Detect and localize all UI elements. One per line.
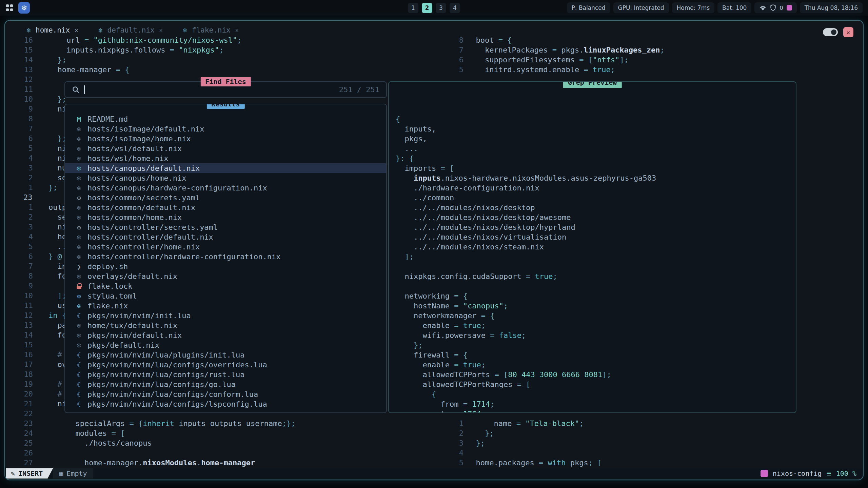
result-item[interactable]: ☾pkgs/nvim/nvim/lua/plugins/init.lua bbox=[65, 350, 386, 360]
battery-status[interactable]: Bat: 100 bbox=[717, 2, 751, 13]
result-filename: overlays/default.nix bbox=[87, 272, 177, 281]
result-item[interactable]: ❄hosts/controller/home.nix bbox=[65, 242, 386, 252]
workspace-button-1[interactable]: 1 bbox=[408, 3, 418, 13]
shell-icon: ❯ bbox=[75, 262, 83, 271]
nix-icon: ❄ bbox=[75, 203, 83, 212]
clock[interactable]: Thu Aug 08, 18:16 bbox=[800, 2, 863, 13]
tab-home.nix[interactable]: ❄home.nix✕ bbox=[17, 24, 88, 36]
preview-line: ../../modules/nixos/desktop/hyprland bbox=[396, 222, 796, 232]
notification-count[interactable]: 0 bbox=[780, 5, 783, 11]
nix-file-icon: ❄ bbox=[27, 26, 31, 34]
result-item[interactable]: ❄hosts/common/default.nix bbox=[65, 203, 386, 212]
lua-icon: ☾ bbox=[75, 360, 83, 370]
preview-line: }: { bbox=[396, 154, 796, 163]
result-filename: pkgs/nvim/nvim/lua/configs/lspconfig.lua bbox=[87, 400, 267, 408]
result-item[interactable]: ❄pkgs/default.nix bbox=[65, 340, 386, 350]
top-bar: ❄ 1234 P: Balanced GPU: Integrated Home:… bbox=[0, 0, 868, 16]
tab-close-icon[interactable]: ✕ bbox=[75, 27, 78, 34]
tab-close-icon[interactable]: ✕ bbox=[235, 27, 239, 34]
result-filename: pkgs/nvim/nvim/init.lua bbox=[87, 311, 191, 320]
shield-icon[interactable] bbox=[770, 4, 776, 11]
result-item[interactable]: ❄hosts/wsl/home.nix bbox=[65, 154, 386, 163]
workspace-button-2[interactable]: 2 bbox=[422, 3, 432, 13]
result-filename: hosts/common/home.nix bbox=[87, 213, 182, 222]
result-item[interactable]: ⚙stylua.toml bbox=[65, 291, 386, 301]
result-filename: hosts/controller/home.nix bbox=[87, 243, 200, 251]
result-item[interactable]: ❄overlays/default.nix bbox=[65, 271, 386, 281]
result-item[interactable]: ☾pkgs/nvim/nvim/lua/configs/go.lua bbox=[65, 380, 386, 389]
result-item[interactable]: ❄hosts/common/home.nix bbox=[65, 212, 386, 222]
workspace-switcher: 1234 bbox=[408, 0, 460, 16]
color-swatch-icon[interactable] bbox=[787, 5, 792, 11]
result-item[interactable]: ❄hosts/controller/default.nix bbox=[65, 232, 386, 242]
result-item[interactable]: ☾pkgs/nvim/nvim/lua/configs/rust.lua bbox=[65, 370, 386, 380]
result-item[interactable]: ☾pkgs/nvim/nvim/lua/configs/lspconfig.lu… bbox=[65, 399, 386, 409]
result-item[interactable]: ☾pkgs/nvim/nvim/lua/configs/overrides.lu… bbox=[65, 360, 386, 370]
preview-line: from = 1714; bbox=[396, 399, 796, 409]
preview-line: enable = true; bbox=[396, 360, 796, 370]
tab-label: flake.nix bbox=[192, 26, 231, 34]
latency-status[interactable]: Home: 7ms bbox=[672, 2, 715, 13]
text-cursor bbox=[84, 85, 85, 94]
tab-flake.nix[interactable]: ❄flake.nix✕ bbox=[173, 24, 249, 36]
result-item[interactable]: ❄hosts/isoImage/home.nix bbox=[65, 134, 386, 144]
tab-default.nix[interactable]: ❄default.nix✕ bbox=[88, 24, 173, 36]
code-line: 5 home.packages = with pkgs; [ bbox=[436, 458, 665, 468]
result-filename: pkgs/nvim/default.nix bbox=[87, 331, 182, 340]
window-close-button[interactable]: ✕ bbox=[843, 27, 853, 37]
nix-icon: ❄ bbox=[75, 232, 83, 242]
match-counter: 251 / 251 bbox=[339, 85, 379, 94]
app-launcher-icon[interactable] bbox=[5, 3, 14, 13]
code-line: 5 initrd.systemd.enable = true; bbox=[436, 65, 665, 75]
result-item[interactable]: MREADME.md bbox=[65, 114, 386, 124]
power-profile-status[interactable]: P: Balanced bbox=[567, 2, 610, 13]
wifi-icon[interactable] bbox=[759, 5, 767, 11]
preview-line: wifi.powersave = false; bbox=[396, 330, 796, 340]
code-line: 15 inputs.nixpkgs.follows = "nixpkgs"; bbox=[5, 45, 296, 55]
result-item[interactable]: ❄hosts/canopus/home.nix bbox=[65, 173, 386, 183]
result-item[interactable]: ❄pkgs/nvim/default.nix bbox=[65, 330, 386, 340]
result-item[interactable]: ❄hosts/canopus/hardware-configuration.ni… bbox=[65, 183, 386, 193]
gear-icon: ⚙ bbox=[75, 222, 83, 232]
result-filename: hosts/common/secrets.yaml bbox=[87, 194, 200, 202]
result-item[interactable]: ❄hosts/controller/hardware-configuration… bbox=[65, 252, 386, 262]
result-filename: hosts/isoImage/default.nix bbox=[87, 125, 204, 133]
buffer-state-label: Empty bbox=[66, 469, 87, 477]
result-item[interactable]: ☾pkgs/nvim/nvim/lua/configs/conform.lua bbox=[65, 389, 386, 399]
result-filename: pkgs/nvim/nvim/lua/configs/rust.lua bbox=[87, 370, 245, 379]
result-item[interactable]: ❄flake.nix bbox=[65, 301, 386, 311]
result-item[interactable]: ❄hosts/canopus/default.nix bbox=[65, 163, 386, 173]
preview-line: ./hardware-configuration.nix bbox=[396, 183, 796, 193]
results-title: Results bbox=[206, 104, 244, 109]
result-item[interactable]: flake.lock bbox=[65, 281, 386, 291]
result-item[interactable]: ❄hosts/wsl/default.nix bbox=[65, 144, 386, 154]
preview-line: imports = [ bbox=[396, 163, 796, 173]
nix-icon: ❄ bbox=[75, 183, 83, 193]
toggle-switch[interactable] bbox=[823, 28, 838, 36]
tab-close-icon[interactable]: ✕ bbox=[159, 27, 163, 34]
result-filename: hosts/isoImage/home.nix bbox=[87, 135, 191, 143]
workspace-button-3[interactable]: 3 bbox=[436, 3, 446, 13]
status-bar: ✎ INSERT ▦ Empty nixos-config ≡ 100 % bbox=[6, 468, 862, 479]
result-item[interactable]: ❄hosts/isoImage/default.nix bbox=[65, 124, 386, 134]
lua-icon: ☾ bbox=[75, 311, 83, 321]
gear-icon: ⚙ bbox=[75, 291, 83, 301]
code-line: 24 modules = [ bbox=[5, 428, 296, 438]
result-item[interactable]: ⚙hosts/common/secrets.yaml bbox=[65, 193, 386, 203]
result-filename: hosts/canopus/default.nix bbox=[87, 164, 200, 172]
find-files-prompt[interactable]: Find Files 251 / 251 bbox=[64, 81, 387, 98]
nix-logo-tile[interactable]: ❄ bbox=[18, 2, 30, 14]
result-item[interactable]: ❯deploy.sh bbox=[65, 262, 386, 271]
result-item[interactable]: ❄home/tux/default.nix bbox=[65, 321, 386, 330]
nix-icon: ❄ bbox=[75, 212, 83, 222]
lock-icon bbox=[75, 281, 83, 291]
result-item[interactable]: ☾pkgs/nvim/nvim/init.lua bbox=[65, 311, 386, 321]
result-filename: pkgs/nvim/nvim/lua/configs/conform.lua bbox=[87, 390, 258, 399]
preview-line: networking = { bbox=[396, 291, 796, 301]
workspace-button-4[interactable]: 4 bbox=[450, 3, 460, 13]
result-filename: hosts/canopus/hardware-configuration.nix bbox=[87, 184, 267, 192]
preview-line bbox=[396, 262, 796, 271]
preview-line: networkmanager = { bbox=[396, 311, 796, 321]
gpu-status[interactable]: GPU: Integrated bbox=[613, 2, 669, 13]
result-item[interactable]: ⚙hosts/controller/secrets.yaml bbox=[65, 222, 386, 232]
